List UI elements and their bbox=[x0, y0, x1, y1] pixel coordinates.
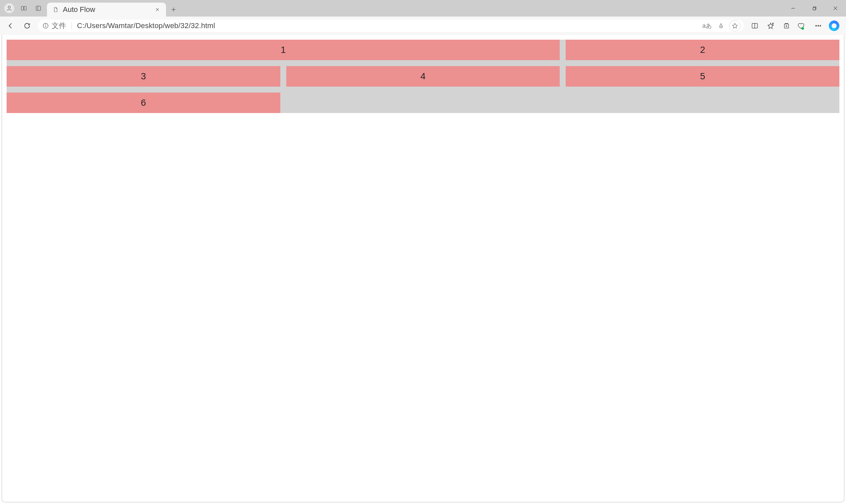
tab-active[interactable]: Auto Flow bbox=[47, 3, 166, 17]
nav-back-button[interactable] bbox=[3, 18, 19, 34]
split-screen-button[interactable] bbox=[747, 18, 763, 34]
svg-rect-10 bbox=[813, 7, 815, 10]
page-body: 1 2 3 4 5 6 bbox=[2, 35, 844, 118]
info-icon bbox=[42, 22, 49, 29]
window-controls bbox=[782, 0, 846, 17]
grid-cell: 3 bbox=[6, 66, 280, 87]
svg-point-0 bbox=[8, 6, 11, 8]
svg-rect-3 bbox=[36, 6, 40, 10]
vertical-tabs-button[interactable] bbox=[31, 0, 46, 17]
star-icon bbox=[732, 22, 738, 29]
site-info-label: 文件 bbox=[52, 21, 66, 31]
copilot-button[interactable] bbox=[826, 18, 842, 34]
nav-refresh-button[interactable] bbox=[19, 18, 35, 34]
file-icon bbox=[52, 6, 59, 13]
grid-cell: 6 bbox=[6, 92, 280, 113]
window-close-button[interactable] bbox=[825, 0, 846, 17]
address-bar[interactable]: 文件 C:/Users/Wamtar/Desktop/web/32/32.htm… bbox=[38, 19, 744, 32]
browser-essentials-button[interactable] bbox=[794, 18, 810, 34]
url-text: C:/Users/Wamtar/Desktop/web/32/32.html bbox=[77, 21, 215, 30]
grid-cell: 5 bbox=[566, 66, 840, 87]
title-bar-left bbox=[2, 0, 46, 17]
profile-button[interactable] bbox=[2, 0, 17, 17]
grid-cell: 4 bbox=[286, 66, 560, 87]
address-separator bbox=[71, 22, 72, 30]
page-viewport: 1 2 3 4 5 6 bbox=[2, 35, 844, 502]
svg-rect-1 bbox=[21, 6, 24, 10]
toolbar: 文件 C:/Users/Wamtar/Desktop/web/32/32.htm… bbox=[0, 17, 846, 35]
grid-cell: 1 bbox=[6, 40, 560, 60]
grid-cell: 2 bbox=[566, 40, 840, 60]
workspaces-button[interactable] bbox=[17, 0, 31, 17]
site-info-button[interactable]: 文件 bbox=[42, 21, 66, 31]
tab-close-button[interactable] bbox=[153, 5, 162, 14]
svg-rect-2 bbox=[24, 6, 26, 10]
omnibox-right: aあ bbox=[701, 19, 741, 32]
collections-button[interactable] bbox=[778, 18, 794, 34]
title-bar: Auto Flow bbox=[0, 0, 846, 17]
svg-point-15 bbox=[46, 24, 46, 24]
read-aloud-icon[interactable] bbox=[715, 19, 728, 32]
new-tab-button[interactable] bbox=[166, 3, 181, 17]
copilot-icon bbox=[829, 20, 840, 31]
settings-more-button[interactable] bbox=[810, 18, 826, 34]
status-dot-icon bbox=[802, 27, 804, 30]
translate-icon[interactable]: aあ bbox=[701, 19, 714, 32]
toolbar-right bbox=[747, 18, 843, 34]
svg-point-27 bbox=[820, 25, 821, 26]
favorite-star-button[interactable] bbox=[728, 19, 741, 32]
favorites-button[interactable] bbox=[763, 18, 778, 34]
grid-container: 1 2 3 4 5 6 bbox=[6, 40, 840, 113]
svg-point-25 bbox=[815, 25, 816, 26]
svg-point-26 bbox=[818, 25, 819, 26]
window-minimize-button[interactable] bbox=[782, 0, 804, 17]
tab-title: Auto Flow bbox=[63, 5, 95, 14]
tab-strip: Auto Flow bbox=[47, 0, 181, 17]
window-restore-button[interactable] bbox=[804, 0, 825, 17]
profile-avatar-icon bbox=[4, 3, 14, 13]
